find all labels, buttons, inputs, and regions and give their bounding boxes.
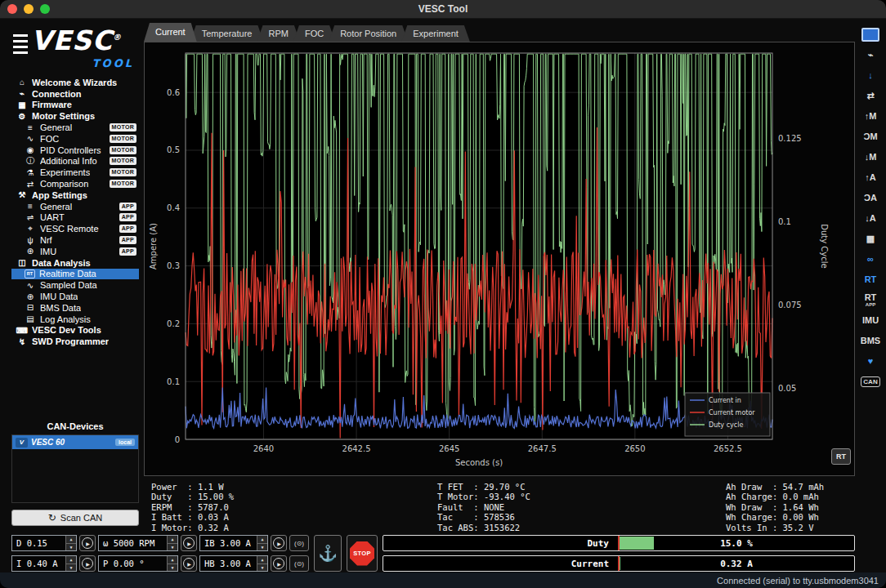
chart-svg[interactable]: 26402642.526452647.526502652.500.10.20.3… <box>145 42 854 475</box>
can-fwd-icon[interactable]: CAN <box>859 372 882 391</box>
legend-label: Duty cycle <box>709 421 743 429</box>
write-motor-config-icon[interactable]: ↓M <box>859 147 882 167</box>
sidebar-item-sampled-data[interactable]: ∿Sampled Data <box>11 279 139 291</box>
zoom-window-button[interactable] <box>40 4 50 14</box>
scan-can-button[interactable]: ↻ Scan CAN <box>11 510 139 526</box>
run-handbrake-button[interactable]: ▶ <box>271 555 287 572</box>
write-app-config-icon[interactable]: ↓A <box>859 208 882 228</box>
svg-text:0.075: 0.075 <box>778 301 802 310</box>
default-motor-config-icon[interactable]: ƆM <box>859 127 882 146</box>
run-brake-current-button[interactable]: ▶ <box>271 535 287 551</box>
sidebar-item-firmware[interactable]: ▦Firmware <box>11 100 139 111</box>
full-brake-button[interactable]: ⚓ <box>314 535 342 572</box>
sidebar-item-motor-pid-controllers[interactable]: ◉PID ControllersMOTOR <box>11 145 139 156</box>
tab-temperature[interactable]: Temperature <box>190 25 264 42</box>
motor-badge: MOTOR <box>110 157 136 165</box>
run-speed-button[interactable]: ▶ <box>181 535 197 551</box>
sidebar-item-data-analysis[interactable]: ◫Data Analysis <box>11 257 139 269</box>
can-device-row[interactable]: VVESC 60local <box>12 435 138 449</box>
rt-data-stream-icon[interactable]: RT <box>859 270 882 289</box>
sidebar-item-welcome-wizards[interactable]: ⌂Welcome & Wizards <box>11 77 139 88</box>
sidebar-item-label: App Settings <box>32 190 87 200</box>
duty-setpoint-spinbox[interactable]: D 0.15▲▼ <box>11 535 77 551</box>
keepalive-heart-icon[interactable]: ♥ <box>859 351 882 371</box>
tab-experiment[interactable]: Experiment <box>401 25 470 42</box>
tab-current[interactable]: Current <box>144 23 197 42</box>
sidebar-item-realtime-data[interactable]: RTRealtime Data <box>11 269 139 280</box>
position-setpoint-spinbox[interactable]: P 0.00 °▲▼ <box>98 555 178 572</box>
parameter-grid-icon[interactable]: ▦ <box>859 229 882 248</box>
can-devices-list[interactable]: VVESC 60local <box>11 434 139 503</box>
sidebar-item-app-general[interactable]: ≡GeneralAPP <box>11 201 139 212</box>
read-motor-config-icon[interactable]: ↑M <box>859 106 882 126</box>
sidebar-item-motor-additional-info[interactable]: ⓘAdditional InfoMOTOR <box>11 156 139 167</box>
realtime-plot-window-icon[interactable] <box>859 24 882 44</box>
sidebar-item-app-uart[interactable]: ⇌UARTAPP <box>11 212 139 224</box>
sidebar-item-motor-comparison[interactable]: ⇄ComparisonMOTOR <box>11 178 139 189</box>
svg-text:0.5: 0.5 <box>167 145 180 154</box>
spin-up-arrow[interactable]: ▲ <box>167 556 177 564</box>
realtime-chart[interactable]: 26402642.526452647.526502652.500.10.20.3… <box>145 42 854 475</box>
minimize-window-button[interactable] <box>24 4 34 14</box>
autoconnect-icon[interactable]: ↓ <box>859 65 882 85</box>
spin-up-arrow[interactable]: ▲ <box>167 536 177 543</box>
sidebar-item-label: Nrf <box>40 235 52 245</box>
legend-label: Current motor <box>709 409 755 416</box>
sidebar-item-vesc-dev-tools[interactable]: ⌨VESC Dev Tools <box>11 325 139 336</box>
current-setpoint-spinbox[interactable]: I 0.40 A▲▼ <box>11 555 77 572</box>
can-forward-toggle-icon[interactable]: ⇄ <box>859 86 882 105</box>
read-app-config-icon[interactable]: ↑A <box>859 167 882 187</box>
sidebar-item-motor-general[interactable]: ≡GeneralMOTOR <box>11 122 139 133</box>
keyboard-handbrake-button[interactable]: (⊙) <box>289 555 309 572</box>
spin-up-arrow[interactable]: ▲ <box>65 536 76 543</box>
spin-up-arrow[interactable]: ▲ <box>257 556 267 564</box>
handbrake-current-spinbox[interactable]: HB 3.00 A▲▼ <box>199 555 268 572</box>
sidebar-item-log-analysis[interactable]: ▤Log Analysis <box>11 314 139 325</box>
sidebar-item-motor-settings[interactable]: ⚙Motor Settings <box>11 110 139 122</box>
brake-current-spinbox[interactable]: IB 3.00 A▲▼ <box>199 535 268 551</box>
spin-up-arrow[interactable]: ▲ <box>65 556 76 564</box>
default-app-config-icon[interactable]: ƆA <box>859 188 882 207</box>
tab-rotor-position[interactable]: Rotor Position <box>329 25 408 42</box>
spin-up-arrow[interactable]: ▲ <box>257 536 267 543</box>
sidebar-item-app-nrf[interactable]: ψNrfAPP <box>11 234 139 246</box>
sidebar-item-label: Experiments <box>40 167 90 177</box>
speed-setpoint-spinbox[interactable]: ω 5000 RPM▲▼ <box>98 535 178 551</box>
run-current-button[interactable]: ▶ <box>79 555 96 572</box>
tab-foc[interactable]: FOC <box>293 25 335 42</box>
sidebar-item-app-imu[interactable]: ⊕IMUAPP <box>11 246 139 257</box>
play-icon: ▶ <box>273 558 284 569</box>
stop-button[interactable]: STOP <box>347 535 378 572</box>
telemetry-panel: Power : 1.1 W Duty : 15.00 % ERPM : 5787… <box>144 480 855 531</box>
imu-stream-icon[interactable]: IMU <box>859 310 882 330</box>
sidebar-item-app-settings[interactable]: ⚒App Settings <box>11 189 139 201</box>
sidebar-item-swd-programmer[interactable]: ↯SWD Programmer <box>11 336 139 347</box>
run-position-button[interactable]: ▶ <box>181 555 197 572</box>
sidebar-item-connection[interactable]: ⌁Connection <box>11 88 139 100</box>
close-window-button[interactable] <box>7 4 17 14</box>
spin-down-arrow[interactable]: ▼ <box>65 543 76 551</box>
bms-stream-icon[interactable]: BMS <box>859 331 882 350</box>
spin-down-arrow[interactable]: ▼ <box>65 564 76 572</box>
stop-label: STOP <box>353 550 370 557</box>
run-duty-button[interactable]: ▶ <box>79 535 96 551</box>
spin-down-arrow[interactable]: ▼ <box>167 564 177 572</box>
autoconnect-scan-icon[interactable]: ∞ <box>859 249 882 269</box>
sidebar-item-imu-data[interactable]: ⊕IMU Data <box>11 291 139 302</box>
rt-icon: RT <box>25 270 35 278</box>
connect-icon[interactable]: ⌁ <box>859 45 882 65</box>
sidebar-item-motor-experiments[interactable]: ⚗ExperimentsMOTOR <box>11 167 139 178</box>
sidebar-item-bms-data[interactable]: ⊟BMS Data <box>11 302 139 314</box>
rt-app-stream-icon[interactable]: RTAPP <box>859 290 882 310</box>
keyboard-brake-button[interactable]: (⊙) <box>289 535 309 551</box>
spin-down-arrow[interactable]: ▼ <box>257 564 267 572</box>
spin-down-arrow[interactable]: ▼ <box>167 543 177 551</box>
sidebar-item-label: IMU Data <box>40 292 78 301</box>
flask-icon: ⚗ <box>25 168 36 177</box>
rt-stream-button[interactable]: RT <box>831 448 851 465</box>
spin-down-arrow[interactable]: ▼ <box>257 543 267 551</box>
sidebar-item-motor-foc[interactable]: ∿FOCMOTOR <box>11 133 139 145</box>
tab-rpm[interactable]: RPM <box>257 25 299 42</box>
svg-text:2652.5: 2652.5 <box>714 444 742 453</box>
sidebar-item-app-vesc-remote[interactable]: ⌖VESC RemoteAPP <box>11 223 139 234</box>
